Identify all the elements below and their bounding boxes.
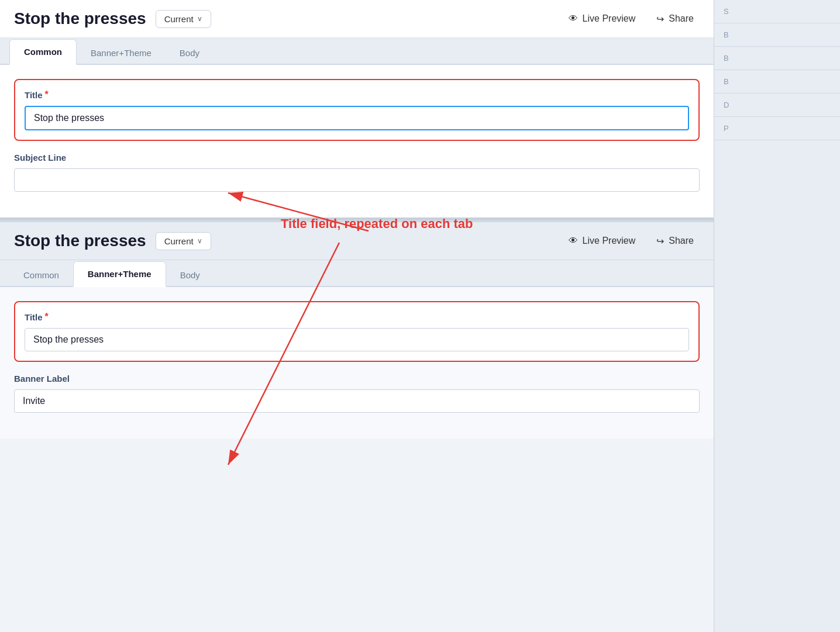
panel-1-content: Title * Subject Line [0,65,714,217]
sidebar-label-1: S [714,0,840,23]
subject-input-1[interactable] [14,168,700,192]
share-label-1: Share [669,13,694,24]
version-label-2: Current [164,236,194,246]
chevron-down-icon-2: ∨ [197,237,202,245]
panel-1-tabs: Common Banner+Theme Body [0,38,714,65]
chevron-down-icon-1: ∨ [197,15,202,23]
title-field-section-1: Title * [14,79,700,141]
subject-line-section-1: Subject Line [14,153,700,192]
title-label-2: Title * [25,312,689,322]
version-label-1: Current [164,14,194,24]
live-preview-label-2: Live Preview [583,236,636,246]
eye-icon-2: 👁 [569,236,578,246]
panel-2-tabs: Common Banner+Theme Body [0,260,714,287]
panel-2: Stop the presses Current ∨ 👁 Live Previe… [0,220,714,438]
tab-banner-theme-1[interactable]: Banner+Theme [77,41,166,65]
banner-label-label: Banner Label [14,374,700,384]
panel-2-header: Stop the presses Current ∨ 👁 Live Previe… [0,222,714,260]
eye-icon-1: 👁 [569,13,578,24]
tab-common-1[interactable]: Common [9,39,77,65]
panel-2-title: Stop the presses [14,232,146,250]
version-dropdown-2[interactable]: Current ∨ [156,232,211,250]
share-button-2[interactable]: ↪ Share [650,232,700,250]
tab-body-2[interactable]: Body [166,263,214,287]
title-input-1[interactable] [25,106,689,130]
tab-banner-theme-2[interactable]: Banner+Theme [73,261,166,287]
required-star-1: * [45,89,49,100]
panel-1-title: Stop the presses [14,9,146,28]
panel-1: Stop the presses Current ∨ 👁 Live Previe… [0,0,714,438]
sidebar-label-4: B [714,70,840,94]
panel-1-header: Stop the presses Current ∨ 👁 Live Previe… [0,0,714,38]
live-preview-button-1[interactable]: 👁 Live Preview [563,10,642,27]
share-icon-2: ↪ [656,236,664,247]
live-preview-button-2[interactable]: 👁 Live Preview [563,232,642,250]
title-input-2[interactable] [25,328,689,351]
banner-label-section: Banner Label [14,374,700,413]
sidebar-label-2: B [714,23,840,47]
sidebar-label-6: P [714,117,840,140]
banner-label-input[interactable] [14,389,700,413]
subject-label-1: Subject Line [14,153,700,163]
panel-2-content: Title * Banner Label [0,287,714,438]
title-label-1: Title * [25,89,689,100]
sidebar-label-3: B [714,47,840,70]
live-preview-label-1: Live Preview [583,13,636,24]
sidebar-label-5: D [714,94,840,117]
share-button-1[interactable]: ↪ Share [650,10,700,28]
tab-body-1[interactable]: Body [166,41,214,65]
share-icon-1: ↪ [656,13,664,25]
share-label-2: Share [669,236,694,246]
tab-common-2[interactable]: Common [9,263,73,287]
right-sidebar: S B B B D P [714,0,840,632]
required-star-2: * [45,312,49,322]
version-dropdown-1[interactable]: Current ∨ [156,10,211,28]
title-field-section-2: Title * [14,301,700,362]
page-wrapper: S B B B D P Stop the presses Current ∨ 👁… [0,0,840,632]
